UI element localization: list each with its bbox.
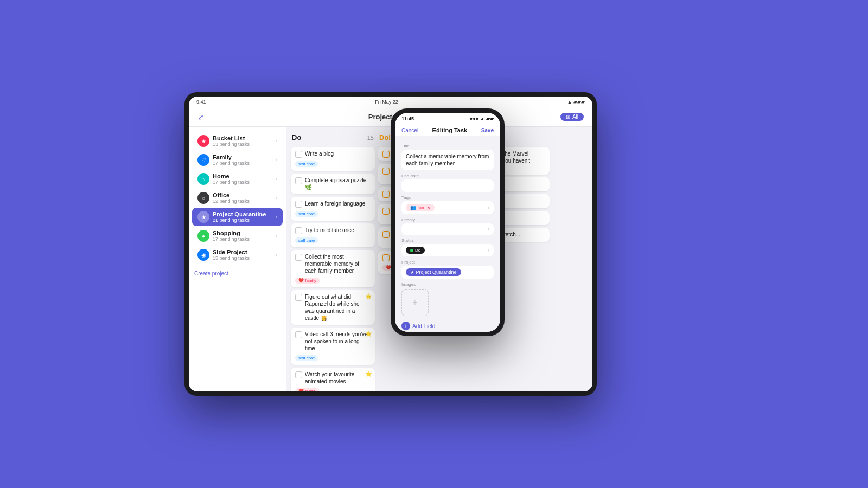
task-tag-family: ❤️ family bbox=[295, 278, 320, 284]
home-icon: ⌂ bbox=[197, 173, 209, 185]
task-checkbox[interactable] bbox=[295, 254, 302, 261]
shopping-name: Shopping bbox=[213, 230, 276, 236]
task-text: Write a blog bbox=[305, 150, 371, 157]
task-tag-self-care: self care bbox=[295, 161, 318, 167]
task-family-memory[interactable]: Collect the most memorable memory of eac… bbox=[291, 250, 375, 287]
office-icon: ○ bbox=[197, 192, 209, 204]
sidebar-item-shopping[interactable]: ● Shopping 17 pending tasks › bbox=[192, 227, 283, 245]
priority-row[interactable]: › bbox=[401, 223, 494, 235]
chevron-icon: › bbox=[276, 176, 277, 182]
end-date-label: End date bbox=[401, 174, 494, 178]
title-field-value[interactable]: Collect a memorable memory from each fam… bbox=[401, 150, 494, 170]
sidebar: ★ Bucket List 13 pending tasks › ♡ Famil… bbox=[189, 127, 286, 391]
chevron-icon: › bbox=[276, 252, 277, 258]
sidebar-item-side-project[interactable]: ◉ Side Project 15 pending tasks › bbox=[192, 246, 283, 264]
side-project-icon: ◉ bbox=[197, 249, 209, 261]
office-count: 12 pending tasks bbox=[213, 198, 276, 204]
phone-nav-title: Editing Task bbox=[432, 127, 468, 133]
filter-label: All bbox=[572, 114, 578, 120]
project-label: Project bbox=[401, 260, 494, 265]
task-checkbox[interactable] bbox=[295, 371, 302, 378]
task-checkbox[interactable] bbox=[295, 177, 302, 184]
task-tag-family: ❤️ family bbox=[295, 388, 320, 391]
status-value: Do bbox=[415, 248, 420, 253]
phone-device: 11:45 ●●● ▲ ▰▰ Cancel Editing Task Save … bbox=[391, 108, 505, 336]
task-checkbox[interactable] bbox=[382, 231, 390, 238]
save-button[interactable]: Save bbox=[481, 127, 494, 133]
column-do-title: Do bbox=[292, 133, 301, 142]
office-name: Office bbox=[213, 192, 276, 198]
chevron-icon: › bbox=[488, 226, 489, 232]
tablet-date: Fri May 22 bbox=[375, 99, 398, 105]
filter-icon: ⊞ bbox=[566, 114, 570, 120]
project-row[interactable]: ★ Project Quarantine bbox=[401, 266, 494, 279]
sidebar-item-office[interactable]: ○ Office 12 pending tasks › bbox=[192, 189, 283, 207]
task-jigsaw[interactable]: Complete a jigsaw puzzle 🌿 bbox=[291, 174, 375, 194]
task-checkbox[interactable] bbox=[382, 168, 390, 175]
shopping-count: 17 pending tasks bbox=[213, 236, 276, 242]
task-language[interactable]: Learn a foreign language self care bbox=[291, 197, 375, 221]
task-checkbox[interactable] bbox=[382, 151, 390, 158]
sidebar-item-home[interactable]: ⌂ Home 17 pending tasks › bbox=[192, 170, 283, 188]
chevron-icon: › bbox=[276, 138, 277, 144]
star-icon: ⭐ bbox=[365, 293, 372, 299]
column-do-header: Do 15 bbox=[291, 131, 375, 144]
task-text: Complete a jigsaw puzzle 🌿 bbox=[305, 177, 371, 191]
add-field-row[interactable]: + Add Field bbox=[401, 319, 494, 332]
sidebar-item-family[interactable]: ♡ Family 17 pending tasks › bbox=[192, 151, 283, 169]
phone-signals: ●●● ▲ ▰▰ bbox=[470, 116, 494, 121]
family-tag: 👥 family bbox=[406, 204, 435, 211]
bucket-list-icon: ★ bbox=[197, 135, 209, 147]
sidebar-item-bucket-list[interactable]: ★ Bucket List 13 pending tasks › bbox=[192, 132, 283, 150]
end-date-value[interactable] bbox=[401, 179, 494, 192]
chevron-icon: › bbox=[276, 157, 277, 163]
chevron-icon: › bbox=[276, 233, 277, 239]
task-meditate[interactable]: Try to meditate once self care bbox=[291, 223, 375, 247]
cancel-button[interactable]: Cancel bbox=[401, 127, 418, 133]
star-icon: ⭐ bbox=[365, 371, 372, 377]
task-write-blog[interactable]: Write a blog self care bbox=[291, 147, 375, 171]
title-field-label: Title bbox=[401, 144, 494, 149]
phone-screen: 11:45 ●●● ▲ ▰▰ Cancel Editing Task Save … bbox=[395, 113, 500, 332]
chevron-icon: › bbox=[488, 247, 489, 253]
column-do-count: 15 bbox=[367, 134, 374, 141]
task-checkbox[interactable] bbox=[295, 201, 302, 208]
filter-button[interactable]: ⊞ All bbox=[560, 113, 584, 121]
nav-back-icon[interactable]: ⤢ bbox=[197, 113, 204, 121]
column-do: Do 15 Write a blog self care bbox=[291, 131, 375, 387]
tags-row[interactable]: 👥 family › bbox=[401, 201, 494, 214]
family-count: 17 pending tasks bbox=[213, 160, 276, 166]
chevron-icon: › bbox=[488, 205, 489, 211]
side-project-name: Side Project bbox=[213, 249, 276, 255]
task-checkbox[interactable] bbox=[382, 191, 390, 198]
task-checkbox[interactable] bbox=[382, 208, 390, 215]
phone-status-bar: 11:45 ●●● ▲ ▰▰ bbox=[395, 113, 500, 125]
project-tag: ★ Project Quarantine bbox=[406, 268, 461, 276]
side-project-count: 15 pending tasks bbox=[213, 255, 276, 261]
task-tag-self-care: self care bbox=[295, 237, 318, 243]
phone-body: Title Collect a memorable memory from ea… bbox=[395, 136, 500, 332]
task-checkbox[interactable] bbox=[295, 294, 302, 301]
sidebar-item-project-quarantine[interactable]: ★ Project Quarantine 21 pending tasks › bbox=[192, 208, 283, 226]
status-dot bbox=[410, 249, 413, 252]
tablet-time: 9:41 bbox=[196, 99, 206, 105]
chevron-icon: › bbox=[276, 195, 277, 201]
shopping-icon: ● bbox=[197, 230, 209, 242]
add-image-button[interactable]: + bbox=[401, 289, 429, 316]
tags-label: Tags bbox=[401, 195, 494, 200]
status-row[interactable]: Do › bbox=[401, 244, 494, 256]
task-text: Learn a foreign language bbox=[305, 200, 371, 207]
task-tag-self-care: self care bbox=[295, 355, 318, 361]
sidebar-footer: Create project bbox=[189, 265, 286, 281]
project-quarantine-count: 21 pending tasks bbox=[213, 217, 276, 223]
task-checkbox[interactable] bbox=[382, 254, 390, 261]
task-checkbox[interactable] bbox=[295, 331, 302, 338]
task-checkbox[interactable] bbox=[295, 151, 302, 158]
task-checkbox[interactable] bbox=[295, 227, 302, 234]
priority-label: Priority bbox=[401, 217, 494, 222]
task-rapunzel[interactable]: ⭐ Figure out what did Rapunzel do while … bbox=[291, 290, 375, 325]
phone-time: 11:45 bbox=[401, 116, 414, 121]
task-video-call[interactable]: ⭐ Video call 3 friends you've not spoken… bbox=[291, 328, 375, 365]
create-project-link[interactable]: Create project bbox=[194, 271, 228, 277]
task-animated-movies[interactable]: ⭐ Watch your favourite animated movies ❤… bbox=[291, 368, 375, 391]
